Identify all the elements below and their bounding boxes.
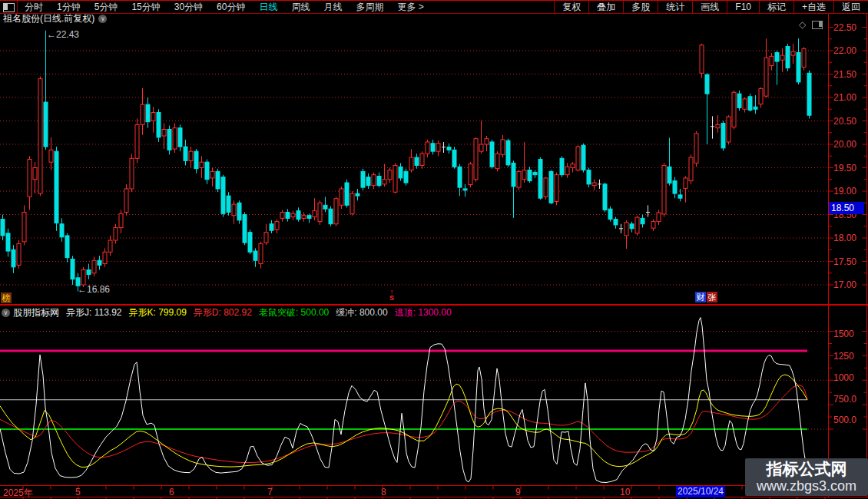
candle-body — [700, 45, 704, 74]
date-label: 9 — [515, 487, 521, 497]
candle-body — [571, 164, 575, 168]
date-label: 8 — [381, 487, 386, 497]
candle-body — [372, 175, 376, 186]
candle-body — [512, 163, 515, 187]
candle-body — [576, 147, 580, 170]
candle-body — [388, 170, 392, 180]
current-price-highlight: 18.50 — [829, 202, 864, 214]
candle-body — [356, 193, 359, 196]
candle-body — [759, 88, 763, 104]
candle-body — [415, 157, 419, 165]
candle-body — [200, 162, 204, 167]
rank-badge[interactable]: 榜 — [1, 292, 12, 303]
candle-body — [130, 158, 134, 189]
candle-body — [270, 224, 273, 231]
date-label: 7 — [267, 487, 273, 497]
candle-body — [173, 128, 177, 149]
price-label: 22.00 — [833, 45, 856, 56]
candle-body — [641, 218, 644, 223]
price-label: 19.50 — [833, 163, 856, 173]
candle-body — [581, 145, 585, 170]
candle-body — [135, 124, 139, 158]
candle-body — [506, 140, 510, 165]
date-label: 6 — [169, 487, 174, 497]
candle-body — [694, 134, 698, 163]
candle-body — [754, 107, 757, 109]
chevron-down-icon[interactable]: ∨ — [2, 309, 10, 317]
candle-body — [302, 216, 306, 219]
candle-body — [635, 217, 639, 233]
candle-body — [259, 243, 263, 263]
candle-body — [307, 216, 311, 219]
candle-body — [770, 56, 774, 65]
candle-body — [98, 260, 101, 265]
candle-body — [361, 171, 365, 187]
indicator-value-label: 500.0 — [833, 415, 856, 425]
candle-body — [630, 224, 634, 229]
indicator-field-异形D: 异形D: 802.92 — [194, 307, 252, 318]
indicator-values: 异形J: 113.92异形K: 799.09异形D: 802.92老鼠突破: 5… — [66, 306, 459, 319]
candle-body — [399, 167, 403, 178]
candle-body — [603, 184, 607, 210]
candle-body — [243, 215, 247, 243]
price-label: 17.50 — [833, 256, 856, 267]
candle-body — [490, 142, 494, 167]
indicator-field-逃顶: 逃顶: 1300.00 — [395, 307, 452, 318]
indicator-field-缓冲: 缓冲: 800.00 — [336, 307, 387, 318]
candle-body — [248, 233, 252, 253]
watermark-title: 指标公式网 — [767, 460, 847, 478]
date-label: 10 — [620, 487, 630, 497]
candle-body — [517, 171, 521, 187]
candle-body — [313, 211, 316, 217]
cai-badge[interactable]: 财 — [695, 292, 706, 302]
candle-body — [791, 51, 795, 55]
indicator-source[interactable]: ∨ 股朋指标网 — [2, 306, 59, 319]
chart-canvas[interactable] — [0, 0, 868, 499]
indicator-header: ∨ 股朋指标网 异形J: 113.92异形K: 799.09异形D: 802.9… — [2, 306, 459, 319]
candle-body — [592, 183, 596, 186]
high-annotation: ←22.43 — [47, 29, 79, 40]
indicator-value-label: 1250 — [833, 351, 854, 362]
price-label: 19.00 — [833, 186, 856, 197]
candle-body — [87, 269, 91, 274]
zhang-badge[interactable]: 张 — [707, 292, 717, 302]
candle-body — [614, 220, 618, 225]
candle-body — [6, 233, 10, 251]
candle-body — [501, 140, 505, 155]
candle-body — [651, 222, 655, 229]
candle-body — [28, 160, 31, 197]
candle-body — [469, 164, 472, 185]
candle-body — [538, 160, 542, 199]
candle-body — [1, 220, 5, 236]
indicator-value-label: 1000 — [833, 372, 854, 383]
candle-body — [737, 94, 741, 107]
candle-body — [377, 176, 381, 185]
watermark: 指标公式网 www.zbgs3.com — [745, 458, 868, 496]
app-window: 分时1分钟5分钟15分钟30分钟60分钟日线周线月线多周期更多 > 复权叠加多股… — [0, 0, 868, 499]
indicator-field-异形K: 异形K: 799.09 — [128, 307, 186, 318]
candle-body — [103, 252, 107, 263]
candle-body — [383, 180, 386, 184]
indicator-field-异形J: 异形J: 113.92 — [66, 307, 121, 318]
candle-body — [743, 99, 747, 109]
low-annotation: ←16.86 — [78, 284, 110, 295]
indicator-field-老鼠突破: 老鼠突破: 500.00 — [259, 307, 329, 318]
candle-body — [404, 171, 408, 183]
candle-body — [662, 165, 666, 213]
candle-body — [458, 167, 462, 187]
candle-body — [426, 142, 429, 154]
candle-body — [275, 222, 279, 230]
indicator-value-label: 750.0 — [833, 394, 856, 405]
candle-body — [544, 178, 548, 197]
candle-body — [221, 177, 225, 214]
candle-body — [732, 92, 736, 127]
candle-body — [705, 74, 709, 94]
candle-body — [764, 58, 768, 96]
candle-body — [366, 177, 370, 186]
candle-body — [555, 175, 558, 202]
candle-body — [22, 212, 26, 241]
candle-body — [431, 144, 435, 151]
candle-body — [291, 213, 295, 216]
date-label: 2025年 — [3, 487, 33, 499]
candle-body — [253, 251, 257, 260]
